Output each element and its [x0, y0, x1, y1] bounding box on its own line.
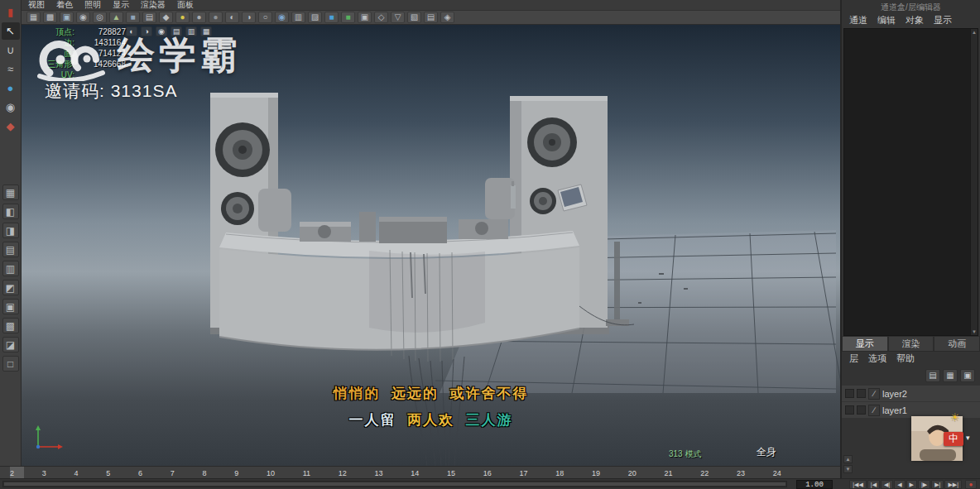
scroll-up-icon[interactable]: ▲: [972, 29, 977, 36]
channel-menu-item[interactable]: 编辑: [877, 14, 896, 26]
layer-type-box[interactable]: ∕: [868, 405, 880, 416]
tool-icon[interactable]: ◆: [2, 117, 20, 135]
transport-button[interactable]: |▶: [918, 480, 930, 489]
tool-icon[interactable]: ↖: [2, 22, 20, 40]
layer-menu-item[interactable]: 层: [849, 352, 858, 365]
toolbar-icon[interactable]: ■: [341, 12, 355, 23]
scroll-up-icon[interactable]: ▲: [843, 455, 853, 463]
tab-display[interactable]: 显示: [842, 336, 888, 351]
ime-caret-icon[interactable]: ▾: [966, 434, 970, 442]
new-layer-icon[interactable]: ▦: [943, 369, 958, 382]
toolbar-icon[interactable]: ◎: [93, 12, 107, 23]
channel-scrollbar[interactable]: ▲ ▼: [970, 29, 978, 335]
transport-button[interactable]: ◀: [894, 480, 905, 489]
toolbar-icon[interactable]: ▽: [391, 12, 405, 23]
layer-visibility-checkbox[interactable]: [845, 389, 854, 398]
toolbar-icon[interactable]: ▦: [26, 12, 41, 23]
timeline-tick: 7: [171, 469, 175, 477]
subtitle-line-1: 悄悄的 远远的 或许舍不得: [22, 384, 840, 403]
time-slider[interactable]: 23456789101112131415161718192021222324: [0, 466, 840, 478]
timeline-tick: 8: [203, 469, 207, 477]
current-frame-field[interactable]: [796, 480, 833, 489]
toolbar-icon[interactable]: ◉: [76, 12, 90, 23]
layer-menu-item[interactable]: 帮助: [896, 352, 915, 365]
layout-button-icon[interactable]: ◧: [2, 204, 19, 219]
layout-button-icon[interactable]: ▣: [2, 299, 19, 314]
toolbar-icon[interactable]: ▥: [291, 12, 305, 23]
transport-button[interactable]: |◀: [867, 480, 880, 489]
tool-icon[interactable]: ≈: [2, 60, 20, 78]
timeline-tick: 16: [483, 469, 492, 477]
ime-indicator[interactable]: 中: [944, 432, 963, 446]
layer-type-box[interactable]: ∕: [868, 388, 880, 400]
channel-menu-item[interactable]: 对象: [906, 14, 924, 26]
toolbar-icon[interactable]: ○: [258, 12, 272, 23]
toolbar-icon[interactable]: ◈: [440, 12, 454, 23]
axis-gizmo-icon: [31, 424, 65, 455]
auto-key-button[interactable]: ●: [965, 480, 977, 489]
transport-button[interactable]: ▶: [906, 480, 917, 489]
toolbar-icon[interactable]: ■: [126, 12, 140, 23]
layer-editor-tabs: 显示 渲染 动画: [842, 336, 980, 351]
channel-menu-item[interactable]: 通道: [849, 14, 867, 26]
layout-button-icon[interactable]: ▦: [2, 185, 19, 200]
toolbar-icon[interactable]: ■: [324, 12, 339, 23]
toolbar-icon[interactable]: ▤: [424, 12, 438, 23]
transport-button[interactable]: ◀|: [881, 480, 893, 489]
layer-visibility-checkbox[interactable]: [845, 405, 854, 415]
tool-icon[interactable]: ∪: [2, 41, 20, 59]
tool-sidebar: ▮ ↖ ∪ ≈ ● ◉ ◆ ▦ ◧ ◨ ▤: [0, 0, 22, 466]
toolbar-icon[interactable]: ◆: [159, 12, 173, 23]
layout-button-icon[interactable]: □: [2, 356, 19, 372]
toolbar-icon[interactable]: ▨: [308, 12, 322, 23]
toolbar-icon[interactable]: ▣: [60, 12, 74, 23]
toolbar-icon[interactable]: ▣: [358, 12, 372, 23]
timeline-tick: 19: [592, 469, 600, 477]
layer-playback-checkbox[interactable]: [857, 405, 866, 415]
transport-button[interactable]: |◀◀: [849, 480, 867, 489]
toolbar-icon[interactable]: ▩: [43, 12, 57, 23]
layout-button-icon[interactable]: ◨: [2, 223, 19, 238]
toolbar-icon[interactable]: ●: [192, 12, 206, 23]
timeline-tick: 15: [447, 469, 455, 477]
layout-button-icon[interactable]: ▥: [2, 261, 19, 276]
toolbar-icon[interactable]: ▤: [142, 12, 156, 23]
tab-render[interactable]: 渲染: [888, 336, 934, 351]
timeline-tick: 21: [665, 469, 673, 477]
layer-row[interactable]: ∕ layer2: [842, 386, 980, 402]
toolbar-icon[interactable]: ◇: [374, 12, 388, 23]
layout-button-icon[interactable]: ◪: [2, 337, 19, 352]
timeline-tick: 23: [737, 469, 745, 477]
timeline-tick: 9: [234, 469, 238, 477]
viewport[interactable]: ◐◑◉▤▥▦ 顶点: 728827 边: 1431164 面: 714124: [22, 25, 840, 466]
tool-icon[interactable]: ●: [2, 79, 20, 97]
subtitle-segment: 两人欢: [396, 412, 454, 428]
tab-anim[interactable]: 动画: [934, 336, 980, 351]
layout-button-icon[interactable]: ▩: [2, 318, 19, 333]
timeline-tick: 20: [628, 469, 637, 477]
tool-icon[interactable]: ◉: [2, 98, 20, 116]
layer-menu-item[interactable]: 选项: [868, 352, 886, 365]
toolbar-icon[interactable]: ◉: [275, 12, 289, 23]
layer-editor-menu: 层选项帮助: [842, 351, 980, 366]
toolbar-icon[interactable]: ▲: [109, 12, 123, 23]
subtitle-segment: 悄悄的: [334, 386, 381, 401]
toolbar-icon[interactable]: ●: [209, 12, 223, 23]
channel-menu-item[interactable]: 显示: [934, 14, 952, 26]
range-slider[interactable]: [2, 481, 787, 487]
transport-button[interactable]: ▶|: [931, 480, 944, 489]
toolbar-icon[interactable]: ◑: [242, 12, 256, 23]
layout-button-icon[interactable]: ◩: [2, 280, 19, 295]
toolbar-icon[interactable]: ◐: [225, 12, 239, 23]
tool-icon[interactable]: ▮: [2, 3, 20, 21]
scroll-down-icon[interactable]: ▼: [972, 328, 977, 335]
layer-playback-checkbox[interactable]: [857, 389, 866, 398]
layout-button-icon[interactable]: ▤: [2, 242, 19, 257]
toolbar-icon[interactable]: ▧: [407, 12, 421, 23]
new-layer-icon[interactable]: ▤: [925, 369, 940, 382]
toolbar-icon[interactable]: ●: [175, 12, 190, 23]
playback-bar: |◀◀|◀◀|◀▶|▶▶|▶▶| ●: [0, 478, 980, 489]
scroll-down-icon[interactable]: ▼: [843, 465, 853, 473]
new-layer-icon[interactable]: ▣: [960, 369, 975, 382]
transport-button[interactable]: ▶▶|: [944, 480, 962, 489]
